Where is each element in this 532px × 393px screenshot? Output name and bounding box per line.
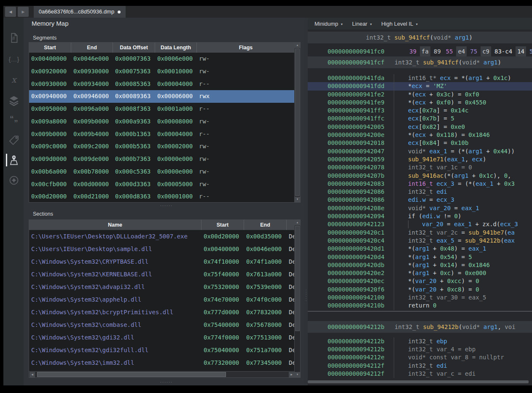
section-row[interactable]: C:\Users\IEUser\Desktop\sample.dll0x0040… [29,243,300,255]
column-header[interactable]: End [71,43,113,53]
code-line[interactable]: 000000000094212fint32_t var_c = edi [308,370,532,378]
code-line[interactable]: 0000000000941ff3ecx[0x7a] = 0x14c [308,107,532,115]
section-row[interactable]: C:\Windows\System32\KERNELBASE.dll0x75f4… [29,268,300,281]
document-tab[interactable]: 0a66e8376fc6...c8d50936.dmp [34,6,126,18]
segment-row[interactable]: 0x004000000x0046e0000x000073630x0006e000… [29,53,300,65]
segment-row[interactable]: 0x009400000x009460000x000893630x00006000… [29,90,300,103]
minidump-dropdown[interactable]: Minidump▼ [314,21,343,27]
sidebar-item-tag[interactable] [8,134,20,147]
column-header[interactable]: Start [29,43,71,53]
segment-row[interactable]: 0x00d200000x00d210000x000d83630x00001000… [29,190,300,203]
scrollbar-thumb[interactable] [295,226,300,331]
code-line[interactable]: 00000000009420c1int32_t var_2c = sub_941… [308,229,532,237]
code-line[interactable]: 0000000000942047void* eax_1 = (*(arg1 + … [308,147,532,155]
section-row[interactable]: C:\Windows\System32\gdi32full.dll0x75040… [29,344,300,356]
column-header[interactable] [287,220,295,230]
function-header[interactable]: int32_t sub_941fcf(void* arg1) [308,32,532,43]
code-line[interactable]: 00000000009420ec*(var_20 + 0xcc) = 0 [308,277,532,285]
sidebar-item-variable-x[interactable]: x [8,74,20,86]
code-line[interactable]: 000000000094208evoid* var_20 = eax_1 [308,204,532,212]
code-line[interactable]: 0000000000942005ecx[0x82] = 0xe0 [308,123,532,131]
code-line[interactable]: 000000000094212fint32_t edi [308,362,532,370]
section-row[interactable]: C:\Windows\System32\CRYPTBASE.dll0x74f10… [29,255,300,268]
column-header[interactable]: Data Length [155,43,197,53]
sections-vertical-scrollbar[interactable]: ▲ ▼ [294,220,300,377]
scroll-left-button[interactable]: ◀ [30,372,35,377]
sidebar-item-quotes[interactable]: “” [8,114,20,126]
code-line[interactable]: 0000000000941fe9*(ecx + 0xf0) = 0x4550 [308,99,532,107]
code-line[interactable]: 000000000094212bint32_t ebp [308,337,532,345]
sidebar-item-compass[interactable] [8,174,20,187]
column-header[interactable]: Name [29,220,202,230]
section-row[interactable]: C:\Windows\System32\imm32.dll0x773200000… [29,356,300,369]
segment-row[interactable]: 0x009c00000x009c20000x000b53630x00002000… [29,140,300,153]
section-row[interactable]: C:\Windows\System32\advapi32.dll0x753200… [29,281,300,293]
function-start-line[interactable]: 0000000000941fcfint32_t sub_941fcf(void*… [308,56,532,68]
code-line[interactable]: 0000000000942094if (edi.w != 0) [308,212,532,220]
code-line[interactable]: 0000000000942100int32_t var_30 = eax_5 [308,294,532,302]
scroll-right-button[interactable]: ▶ [289,372,294,377]
code-line[interactable]: 000000000094200e*(ecx + 0x118) = 0x1846 [308,131,532,139]
code-line[interactable]: 0000000000942086int32_t edi [308,188,532,196]
scrollbar-thumb[interactable] [295,48,300,196]
code-line[interactable]: 0000000000942086edi.w = ecx_3 [308,196,532,204]
code-line[interactable]: 000000000094212evoid* const var_8 = null… [308,353,532,361]
section-row[interactable]: C:\Windows\System32\gdi32.dll0x774f00000… [29,331,300,344]
segment-row[interactable]: 0x009500000x0096a0000x0008f3630x0001a000… [29,103,300,115]
vertical-splitter-handle[interactable]: ······ [304,289,308,302]
code-line[interactable]: 0000000000942123var_20 = eax_1 + zx.d(ec… [308,220,532,228]
sidebar-item-map-pin[interactable] [8,154,20,166]
code-line[interactable]: 000000000094210breturn 0 [308,302,532,310]
segment-row[interactable]: 0x009300000x009340000x000853630x00004000… [29,78,300,91]
code-line[interactable]: 0000000000941fe2*(ecx + 0x3c) = 0xf0 [308,91,532,99]
sidebar-item-hash-file[interactable]: # [8,32,20,44]
code-line[interactable]: 0000000000942083int16_t ecx_3 = (*(eax_1… [308,180,532,188]
section-row[interactable]: C:\Windows\System32\combase.dll0x7540000… [29,318,300,331]
code-line[interactable]: 000000000094212bint32_t var_4 = ebp [308,345,532,353]
code-line[interactable]: 0000000000942059sub_941e71(eax_1, ecx) [308,155,532,163]
code-line[interactable]: 0000000000941fdaint16_t* ecx = *(arg1 + … [308,74,532,82]
code-line[interactable]: 0000000000941fdd*ecx = 'MZ' [308,82,532,90]
code-line[interactable]: 00000000009420d1*(arg1 + 0x48) = eax_1 [308,245,532,253]
code-line[interactable]: 0000000000942078int32_t var_1c = 0 [308,163,532,171]
code-line[interactable]: 00000000009420f6*(var_20 + 0xc8) = 0 [308,286,532,294]
segment-row[interactable]: 0x009d00000x009de0000x000b73630x0000e000… [29,153,300,166]
horizontal-splitter-handle[interactable]: ······ [160,203,173,208]
code-line[interactable]: 00000000009420c4int32_t eax_5 = sub_9421… [308,237,532,245]
segment-row[interactable]: 0x00b6a0000x00b780000x000c53630x0000e000… [29,166,300,178]
segment-row[interactable]: 0x009b00000x009b40000x000b13630x00004000… [29,128,300,141]
section-row[interactable]: C:\Windows\System32\bcryptPrimitives.dll… [29,306,300,318]
back-button[interactable]: ◀ [5,7,16,17]
column-header[interactable]: End [244,220,287,230]
sections-horizontal-scrollbar[interactable]: ◀ ▶ [29,371,295,377]
scrollbar-thumb[interactable] [37,372,226,377]
section-row[interactable]: C:\Windows\System32\apphelp.dll0x74e7000… [29,293,300,306]
code-line[interactable]: 0000000000941ffcecx[0x7b] = 5 [308,115,532,123]
column-header[interactable]: Data Offset [113,43,155,53]
sidebar-item-layers[interactable] [8,94,20,107]
hex-bytes-line[interactable]: 0000000000941fc039fa8955e475c983-c4145e5 [308,46,532,56]
code-line[interactable]: 000000000094207bsub_9416ac(*(arg1 + 0x1c… [308,172,532,180]
forward-button[interactable]: ▶ [18,7,29,17]
segment-row[interactable]: 0x00cfb0000x00d000000x000d33630x00005000… [29,178,300,191]
high-level-il-dropdown[interactable]: High Level IL▼ [381,21,418,27]
column-header[interactable]: Flags [197,43,295,53]
function-start-line[interactable]: 000000000094212bint32_t sub_94212b(void*… [308,321,532,333]
segments-vertical-scrollbar[interactable]: ▲ ▼ [294,43,300,202]
il-horizontal-scrollbar[interactable] [308,380,529,383]
panel-resize-handle[interactable]: ······ [160,380,173,384]
code-line[interactable]: 00000000009420d4*(arg1 + 0x54) = 5 [308,253,532,261]
code-line[interactable]: 00000000009420db*(arg1 + 0x14) = 0x1846 [308,261,532,269]
code-line[interactable]: 0000000000942018ecx[0x84] = 0x10b [308,139,532,147]
sidebar-item-braces[interactable]: {…} [8,53,20,66]
code-line[interactable]: 00000000009420e2*(arg1 + 0xc) = 0xe000 [308,269,532,277]
scroll-down-button[interactable]: ▼ [295,197,300,202]
linear-dropdown[interactable]: Linear▼ [352,21,372,27]
scroll-up-button[interactable]: ▲ [295,220,300,225]
scroll-up-button[interactable]: ▲ [295,43,300,48]
scroll-down-button[interactable]: ▼ [295,372,300,377]
section-row[interactable]: C:\Users\IEUser\Desktop\DLLLoader32_5007… [29,230,300,243]
segment-row[interactable]: 0x009200000x009300000x000753630x00010000… [29,65,300,78]
column-header[interactable]: Start [202,220,244,230]
segment-row[interactable]: 0x009a80000x009b00000x000a93630x00008000… [29,115,300,128]
